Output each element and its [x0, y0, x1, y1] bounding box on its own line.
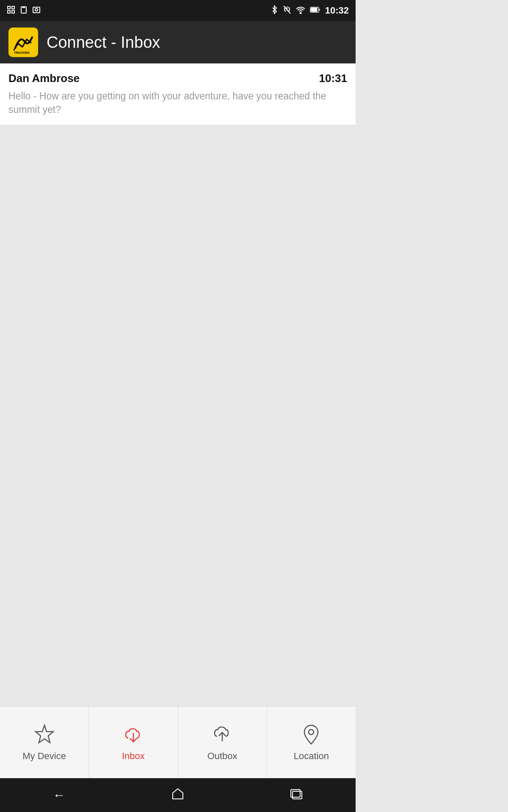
- app-bar: TRACKING Connect - Inbox: [0, 21, 356, 63]
- nav-item-outbox[interactable]: Outbox: [178, 707, 267, 778]
- time-display: 10:32: [325, 5, 349, 16]
- star-icon: [33, 724, 55, 747]
- svg-point-8: [300, 12, 301, 14]
- svg-point-15: [309, 730, 314, 735]
- message-time: 10:31: [319, 72, 348, 85]
- status-bar: 10:32: [0, 0, 356, 21]
- nav-item-inbox[interactable]: Inbox: [89, 707, 178, 778]
- bottom-nav: My Device Inbox Outbox: [0, 706, 356, 778]
- home-button[interactable]: [171, 787, 185, 804]
- status-left-icons: [7, 5, 41, 16]
- back-button[interactable]: ←: [53, 788, 66, 802]
- sender-name: Dan Ambrose: [8, 72, 80, 85]
- svg-rect-2: [8, 11, 10, 13]
- app-title: Connect - Inbox: [47, 33, 160, 52]
- inbox-icon: [122, 724, 144, 747]
- message-item[interactable]: Dan Ambrose 10:31 Hello - How are you ge…: [0, 63, 356, 125]
- nav-label-my-device: My Device: [22, 751, 66, 762]
- nav-label-location: Location: [294, 751, 329, 762]
- message-header: Dan Ambrose 10:31: [8, 72, 347, 85]
- svg-rect-5: [33, 7, 40, 13]
- location-icon: [300, 724, 322, 747]
- svg-rect-10: [311, 8, 317, 11]
- mute-icon: [283, 5, 291, 16]
- message-preview: Hello - How are you getting on with your…: [8, 89, 347, 116]
- battery-icon: [310, 6, 321, 15]
- svg-rect-0: [8, 6, 10, 9]
- photo-icon: [32, 5, 41, 16]
- nav-item-location[interactable]: Location: [267, 707, 356, 778]
- svg-rect-3: [12, 11, 14, 13]
- content-area: [0, 125, 356, 717]
- svg-marker-12: [36, 725, 53, 743]
- svg-point-6: [35, 8, 38, 11]
- outbox-icon: [211, 724, 233, 747]
- android-nav: ←: [0, 778, 356, 812]
- svg-rect-1: [12, 6, 14, 9]
- wifi-icon: [295, 5, 306, 16]
- grid-icon: [7, 5, 15, 16]
- nav-label-outbox: Outbox: [207, 751, 237, 762]
- clipboard-icon: [19, 5, 28, 16]
- status-right-icons: 10:32: [271, 5, 349, 16]
- bluetooth-icon: [271, 5, 279, 16]
- nav-item-my-device[interactable]: My Device: [0, 707, 89, 778]
- app-logo: TRACKING: [8, 27, 38, 57]
- nav-label-inbox: Inbox: [122, 751, 145, 762]
- recent-button[interactable]: [290, 788, 303, 803]
- svg-text:TRACKING: TRACKING: [14, 51, 30, 54]
